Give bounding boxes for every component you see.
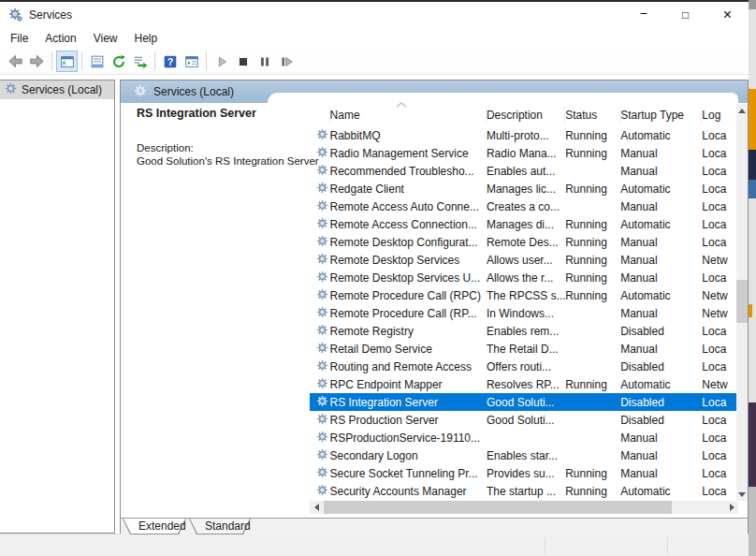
service-row[interactable]: RSProductionService-19110... Manual Loca [310,429,738,446]
menu-view[interactable]: View [85,30,126,47]
maximize-button[interactable]: □ [664,2,706,28]
column-header-startup-type[interactable]: Startup Type [620,106,702,124]
service-gear-icon [134,84,147,100]
service-startup-type: Disabled [620,396,702,409]
service-log-on-as: Loca [702,129,738,142]
tab-standard[interactable]: Standard [189,519,251,534]
service-gear-icon [316,217,328,232]
menu-bar: File Action View Help [0,28,749,49]
service-row[interactable]: RabbitMQ Multi-proto... Running Automati… [310,126,738,144]
service-gear-icon [316,199,328,214]
service-row[interactable]: Remote Procedure Call (RPC) The RPCSS s.… [310,286,738,304]
column-header-description[interactable]: Description [487,106,565,124]
service-row[interactable]: Secure Socket Tunneling Pr... Provides s… [310,464,738,482]
service-row[interactable]: Remote Desktop Services U... Allows the … [310,269,738,286]
export-list-icon [132,53,149,70]
show-console-tree-button[interactable] [56,51,78,72]
service-row[interactable]: Remote Desktop Services Allows user... R… [310,251,738,269]
service-row[interactable]: Remote Access Auto Conne... Creates a co… [310,198,738,215]
stop-service-button[interactable] [232,51,254,72]
column-header-name[interactable]: Name [330,106,487,124]
service-row[interactable]: Retail Demo Service The Retail D... Manu… [310,340,738,358]
service-row[interactable]: Secondary Logon Enables star... Manual L… [310,446,738,464]
service-gear-icon [5,82,17,97]
service-status: Running [565,378,620,391]
service-row[interactable]: Radio Management Service Radio Mana... R… [310,144,738,162]
service-description: Enables aut... [487,165,565,178]
toolbar-separator [81,52,82,70]
menu-file[interactable]: File [2,30,36,47]
scroll-left-icon[interactable] [310,501,323,514]
pause-service-button[interactable] [254,51,275,72]
menu-action[interactable]: Action [36,30,84,47]
service-log-on-as: Loca [702,200,738,213]
properties-button[interactable] [86,51,108,72]
service-description: Good Soluti... [487,414,565,427]
service-gear-icon [316,271,328,285]
toolbar-separator [51,52,52,70]
show-action-pane-button[interactable] [181,51,202,72]
help-icon: ? [162,53,179,70]
service-row[interactable]: RS Production Server Good Soluti... Disa… [310,411,738,429]
pause-service-icon [256,53,273,70]
service-description: Multi-proto... [487,129,565,142]
service-gear-icon [316,253,328,268]
horizontal-scrollbar-thumb[interactable] [324,501,672,514]
service-gear-icon [316,484,328,499]
service-row[interactable]: Security Accounts Manager The startup ..… [310,482,738,500]
tree-item-services-local[interactable]: Services (Local) [0,80,114,99]
horizontal-scrollbar[interactable] [310,501,738,514]
show-action-pane-icon [183,53,200,70]
service-name: Remote Procedure Call (RP... [330,307,487,320]
close-button[interactable]: × [706,2,749,28]
column-header-status[interactable]: Status [565,106,620,124]
services-rows: RabbitMQ Multi-proto... Running Automati… [310,126,738,500]
menu-help[interactable]: Help [126,30,167,47]
service-startup-type: Disabled [620,414,702,427]
service-log-on-as: Loca [702,147,738,160]
back-arrow-button[interactable] [5,51,26,72]
refresh-button[interactable] [108,51,129,72]
column-header-log-on-as[interactable]: Log [702,106,738,124]
scroll-right-icon[interactable] [725,501,738,514]
service-gear-icon [316,448,328,463]
minimize-button[interactable]: − [622,2,664,28]
service-row[interactable]: Remote Registry Enables rem... Disabled … [310,322,738,340]
service-startup-type: Manual [620,165,702,178]
service-description: Creates a co... [487,200,565,213]
service-log-on-as: Loca [702,183,738,196]
services-list-pane: Services (Local) RS Integration Server D… [120,80,749,534]
service-row[interactable]: Recommended Troublesho... Enables aut...… [310,162,738,180]
service-row[interactable]: Remote Procedure Call (RP... In Windows.… [310,304,738,322]
tab-extended[interactable]: Extended [123,519,186,534]
service-row[interactable]: Remote Access Connection... Manages di..… [310,215,738,233]
restart-service-button[interactable] [275,51,297,72]
service-row[interactable]: Remote Desktop Configurat... Remote Des.… [310,233,738,251]
help-button[interactable]: ? [159,51,181,72]
start-service-button[interactable] [211,51,232,72]
service-row[interactable]: RPC Endpoint Mapper Resolves RP... Runni… [310,375,738,393]
service-row[interactable]: Redgate Client Manages lic... Running Au… [310,180,738,198]
vertical-scrollbar-thumb[interactable] [736,280,748,323]
service-status: Running [565,271,620,285]
service-description: Allows user... [487,254,565,267]
forward-arrow-button[interactable] [26,51,48,72]
service-description: The RPCSS s... [487,289,565,302]
service-status: Running [565,289,620,302]
service-startup-type: Manual [620,254,702,267]
service-row[interactable]: RS Integration Server Good Soluti... Dis… [310,393,738,411]
vertical-scrollbar[interactable] [736,104,748,501]
service-log-on-as: Loca [702,414,738,427]
service-gear-icon [316,413,328,428]
window-title: Services [29,8,72,22]
service-row[interactable]: Routing and Remote Access Offers routi..… [310,358,738,375]
scroll-up-icon[interactable] [736,104,748,117]
scroll-down-icon[interactable] [736,488,748,501]
export-list-button[interactable] [129,51,151,72]
service-log-on-as: Loca [702,396,738,409]
service-description: Radio Mana... [487,147,565,160]
service-name: Secondary Logon [330,449,487,462]
service-description: Enables star... [487,449,565,462]
console-tree-pane: Services (Local) [0,80,115,534]
refresh-icon [110,53,127,70]
